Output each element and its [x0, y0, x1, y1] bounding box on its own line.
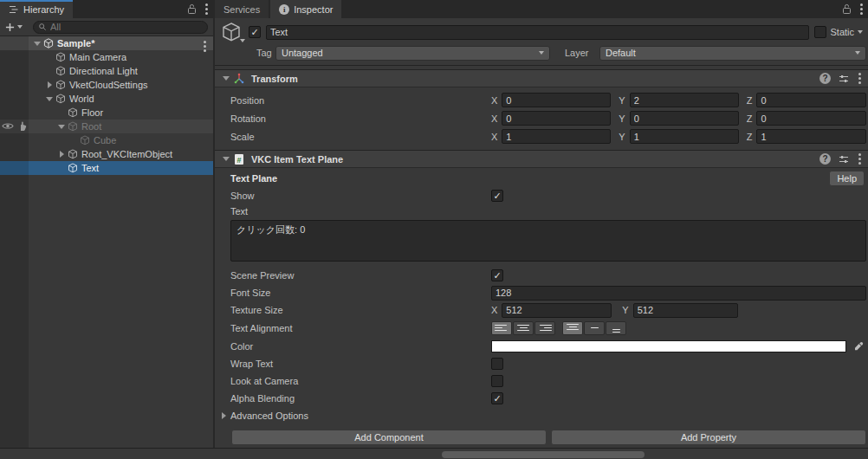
gameobject-cube-icon — [55, 52, 66, 62]
scale-z-field[interactable] — [756, 129, 866, 144]
create-add-icon[interactable] — [5, 23, 23, 32]
tree-item-label: VketCloudSettings — [69, 80, 148, 90]
static-checkbox[interactable] — [814, 26, 826, 38]
help-icon[interactable]: ? — [819, 73, 831, 84]
align-middle-button[interactable] — [584, 321, 605, 335]
tree-item-vketcloudsettings[interactable]: VketCloudSettings — [0, 78, 213, 92]
layer-dropdown[interactable]: Default — [599, 46, 866, 61]
lock-icon[interactable] — [842, 3, 852, 15]
alpha-blending-checkbox[interactable] — [491, 392, 503, 404]
gameobject-cube-icon — [68, 163, 78, 173]
tree-item-label: Directional Light — [69, 66, 138, 76]
tab-services[interactable]: Services — [215, 0, 269, 18]
scale-y-field[interactable] — [630, 129, 739, 144]
tree-item-label: Text — [81, 163, 99, 173]
advanced-options-label: Advanced Options — [230, 411, 308, 421]
gameobject-cube-icon — [68, 107, 78, 118]
eyedropper-icon[interactable] — [852, 339, 866, 353]
menu-kebab-icon[interactable] — [858, 2, 865, 16]
color-row: Color — [215, 337, 868, 355]
transform-header[interactable]: Transform ? — [215, 69, 868, 87]
foldout-open-icon[interactable] — [46, 97, 53, 101]
transform-body: Position X Y Z Rotation X Y Z Scale X — [215, 87, 868, 150]
tree-item-root[interactable]: Root — [0, 120, 213, 133]
gameobject-name-field[interactable] — [266, 25, 809, 40]
align-top-button[interactable] — [562, 321, 583, 335]
texture-size-x-field[interactable] — [502, 303, 612, 318]
presets-icon[interactable] — [839, 154, 849, 165]
hierarchy-search[interactable] — [33, 21, 208, 34]
texture-size-y-field[interactable] — [633, 303, 738, 318]
color-swatch[interactable] — [491, 340, 846, 352]
tree-item-floor[interactable]: Floor — [0, 106, 213, 120]
component-menu-kebab-icon[interactable] — [857, 71, 863, 86]
presets-icon[interactable] — [839, 74, 849, 84]
tree-item-main-camera[interactable]: Main Camera — [0, 50, 213, 64]
tree-item-text[interactable]: Text — [0, 161, 213, 175]
tree-item-root-vkcitemobject[interactable]: Root_VKCItemObject — [0, 147, 213, 161]
unity-scene-icon — [43, 38, 54, 48]
vkc-item-text-plane-header[interactable]: # VKC Item Text Plane ? — [215, 150, 868, 168]
texture-size-label: Texture Size — [230, 305, 491, 315]
tab-inspector[interactable]: i Inspector — [270, 0, 341, 18]
position-y-field[interactable] — [630, 93, 739, 107]
help-button[interactable]: Help — [829, 171, 865, 186]
show-checkbox[interactable] — [491, 190, 503, 202]
align-bottom-button[interactable] — [606, 321, 626, 335]
text-value-textarea[interactable]: クリック回数: 0 — [230, 220, 866, 262]
help-icon[interactable]: ? — [819, 153, 831, 165]
axis-x-label: X — [491, 132, 497, 142]
foldout-open-icon[interactable] — [34, 42, 41, 46]
gameobject-icon[interactable] — [221, 22, 243, 42]
position-x-field[interactable] — [502, 93, 611, 107]
scale-x-field[interactable] — [502, 129, 611, 144]
tab-hierarchy[interactable]: Hierarchy — [0, 0, 73, 18]
scale-label: Scale — [230, 132, 491, 142]
picking-hand-icon[interactable] — [17, 120, 28, 132]
foldout-closed-icon[interactable] — [48, 81, 52, 88]
tree-item-world[interactable]: World — [0, 92, 213, 106]
gameobject-cube-icon — [68, 149, 78, 159]
foldout-open-icon[interactable] — [223, 157, 230, 161]
horizontal-scrollbar-thumb[interactable] — [442, 451, 645, 458]
static-dropdown-icon[interactable] — [858, 30, 863, 34]
position-z-field[interactable] — [756, 93, 866, 107]
align-center-button[interactable] — [513, 321, 534, 335]
tree-item-directional-light[interactable]: Directional Light — [0, 64, 213, 78]
scene-preview-checkbox[interactable] — [491, 269, 503, 281]
look-at-camera-checkbox[interactable] — [491, 375, 503, 387]
tag-dropdown[interactable]: Untagged — [275, 46, 550, 61]
add-property-button[interactable]: Add Property — [551, 430, 866, 445]
rotation-x-field[interactable] — [502, 111, 611, 126]
foldout-open-icon[interactable] — [58, 125, 65, 129]
advanced-options-row[interactable]: Advanced Options — [215, 407, 868, 424]
wrap-text-checkbox[interactable] — [491, 358, 503, 370]
menu-kebab-icon[interactable] — [204, 2, 210, 16]
scene-row-sample[interactable]: Sample* — [0, 36, 213, 50]
add-component-button[interactable]: Add Component — [231, 430, 547, 445]
align-right-button[interactable] — [534, 321, 555, 335]
foldout-closed-icon[interactable] — [60, 151, 64, 158]
gameobject-cube-icon — [80, 135, 90, 145]
gameobject-active-checkbox[interactable] — [249, 26, 261, 38]
look-at-camera-row: Look at Camera — [215, 372, 868, 390]
alpha-blending-label: Alpha Blending — [230, 393, 491, 404]
axis-z-label: Z — [747, 132, 753, 142]
tag-value: Untagged — [282, 48, 323, 58]
font-size-field[interactable] — [491, 286, 866, 301]
foldout-closed-icon[interactable] — [222, 412, 226, 419]
scene-name: Sample* — [57, 38, 94, 48]
tree-item-cube[interactable]: Cube — [0, 133, 213, 147]
align-left-button[interactable] — [491, 321, 512, 335]
rotation-y-field[interactable] — [630, 111, 739, 126]
position-label: Position — [230, 95, 491, 106]
axis-z-label: Z — [747, 113, 753, 124]
foldout-open-icon[interactable] — [223, 76, 230, 81]
rotation-z-field[interactable] — [756, 111, 866, 126]
component-menu-kebab-icon[interactable] — [857, 152, 863, 166]
visibility-eye-icon[interactable] — [2, 120, 14, 132]
texture-size-row: Texture Size X Y — [215, 301, 868, 319]
font-size-row: Font Size — [215, 284, 868, 301]
lock-icon[interactable] — [187, 3, 197, 15]
search-input[interactable] — [49, 22, 203, 33]
